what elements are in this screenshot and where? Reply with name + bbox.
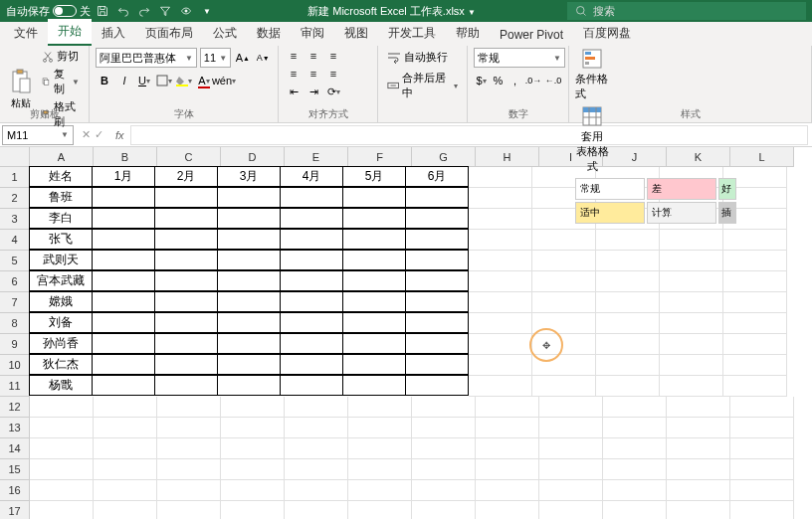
merge-center-button[interactable]: 合并后居中▾: [384, 69, 461, 102]
orientation-icon[interactable]: ⟳▾: [324, 84, 342, 99]
cell-G2[interactable]: [405, 187, 469, 208]
cell-H14[interactable]: [476, 438, 539, 459]
increase-font-icon[interactable]: A▲: [234, 48, 251, 68]
row-header-5[interactable]: 5: [0, 251, 30, 271]
row-header-7[interactable]: 7: [0, 292, 30, 313]
cell-F13[interactable]: [348, 418, 412, 438]
number-format-select[interactable]: 常规▼: [474, 48, 565, 68]
cell-I5[interactable]: [532, 251, 596, 271]
font-size-select[interactable]: 11▼: [200, 48, 231, 68]
cell-G11[interactable]: [405, 375, 469, 396]
cell-C2[interactable]: [154, 187, 218, 208]
row-header-4[interactable]: 4: [0, 230, 30, 251]
tab-页面布局[interactable]: 页面布局: [135, 21, 203, 46]
cell-E6[interactable]: [280, 270, 343, 291]
row-header-1[interactable]: 1: [0, 167, 30, 188]
column-header-A[interactable]: A: [30, 147, 94, 167]
decrease-font-icon[interactable]: A▼: [255, 48, 272, 68]
cell-A4[interactable]: 张飞: [29, 229, 93, 250]
underline-button[interactable]: U▾: [135, 71, 153, 90]
cell-J6[interactable]: [596, 271, 660, 292]
column-header-E[interactable]: E: [285, 147, 348, 167]
cell-K10[interactable]: [660, 355, 723, 376]
accounting-format-icon[interactable]: $▾: [474, 71, 489, 90]
cell-G16[interactable]: [412, 480, 476, 501]
cell-E17[interactable]: [285, 501, 348, 519]
cell-G10[interactable]: [405, 354, 469, 375]
row-header-6[interactable]: 6: [0, 271, 30, 292]
cell-A2[interactable]: 鲁班: [29, 187, 93, 208]
cell-A14[interactable]: [30, 438, 94, 459]
column-header-L[interactable]: L: [730, 147, 794, 167]
cell-G12[interactable]: [412, 397, 476, 418]
cell-A9[interactable]: 孙尚香: [29, 333, 93, 354]
comma-format-icon[interactable]: ,: [508, 71, 522, 90]
cell-H5[interactable]: [469, 251, 532, 271]
cell-C10[interactable]: [154, 354, 218, 375]
row-header-13[interactable]: 13: [0, 418, 30, 438]
cell-G17[interactable]: [412, 501, 476, 519]
cell-K12[interactable]: [667, 397, 730, 418]
cell-F14[interactable]: [348, 438, 412, 459]
cell-E13[interactable]: [285, 418, 348, 438]
cell-B8[interactable]: [92, 312, 155, 333]
cell-L17[interactable]: [730, 501, 794, 519]
cell-E15[interactable]: [285, 459, 348, 480]
cell-H3[interactable]: [469, 209, 532, 230]
cell-I12[interactable]: [539, 397, 603, 418]
cell-J4[interactable]: [596, 230, 660, 251]
cell-I17[interactable]: [539, 501, 603, 519]
cell-B17[interactable]: [94, 501, 157, 519]
cell-D2[interactable]: [217, 187, 281, 208]
cell-D1[interactable]: 3月: [217, 166, 281, 187]
cell-F15[interactable]: [348, 459, 412, 480]
cell-L5[interactable]: [723, 251, 787, 271]
cell-B1[interactable]: 1月: [92, 166, 155, 187]
column-header-K[interactable]: K: [667, 147, 730, 167]
italic-button[interactable]: I: [115, 71, 133, 90]
phonetic-button[interactable]: wén▾: [215, 71, 233, 90]
cell-A6[interactable]: 宫本武藏: [29, 270, 93, 291]
cell-D6[interactable]: [217, 270, 281, 291]
cell-C3[interactable]: [154, 208, 218, 229]
cell-B3[interactable]: [92, 208, 155, 229]
cell-H12[interactable]: [476, 397, 539, 418]
cell-K4[interactable]: [660, 230, 723, 251]
tab-公式[interactable]: 公式: [203, 21, 247, 46]
tab-开始[interactable]: 开始: [48, 19, 92, 46]
cell-I9[interactable]: [532, 334, 596, 355]
cell-A12[interactable]: [30, 397, 94, 418]
cell-B4[interactable]: [92, 229, 155, 250]
cell-C16[interactable]: [157, 480, 221, 501]
cell-I7[interactable]: [532, 292, 596, 313]
cell-C17[interactable]: [157, 501, 221, 519]
tab-百度网盘[interactable]: 百度网盘: [573, 21, 641, 46]
cell-K17[interactable]: [667, 501, 730, 519]
cell-L15[interactable]: [730, 459, 794, 480]
cell-I6[interactable]: [532, 271, 596, 292]
fx-icon[interactable]: fx: [109, 129, 130, 141]
wrap-text-button[interactable]: 自动换行: [384, 48, 461, 67]
tab-帮助[interactable]: 帮助: [446, 21, 490, 46]
cell-F9[interactable]: [342, 333, 406, 354]
cell-K8[interactable]: [660, 313, 723, 334]
cell-G7[interactable]: [405, 291, 469, 312]
cell-H4[interactable]: [469, 230, 532, 251]
cell-G13[interactable]: [412, 418, 476, 438]
cell-E4[interactable]: [280, 229, 343, 250]
tab-数据[interactable]: 数据: [247, 21, 291, 46]
cell-D8[interactable]: [217, 312, 281, 333]
cell-L13[interactable]: [730, 418, 794, 438]
cell-G6[interactable]: [405, 270, 469, 291]
cell-E10[interactable]: [280, 354, 343, 375]
cell-L4[interactable]: [723, 230, 787, 251]
row-header-9[interactable]: 9: [0, 334, 30, 355]
cell-L8[interactable]: [723, 313, 787, 334]
style-cell-计算[interactable]: 计算: [647, 202, 716, 224]
row-header-16[interactable]: 16: [0, 480, 30, 501]
cell-L7[interactable]: [723, 292, 787, 313]
filter-icon[interactable]: [156, 2, 174, 20]
cell-J15[interactable]: [603, 459, 667, 480]
cell-F16[interactable]: [348, 480, 412, 501]
increase-decimal-icon[interactable]: .0→: [524, 71, 542, 90]
